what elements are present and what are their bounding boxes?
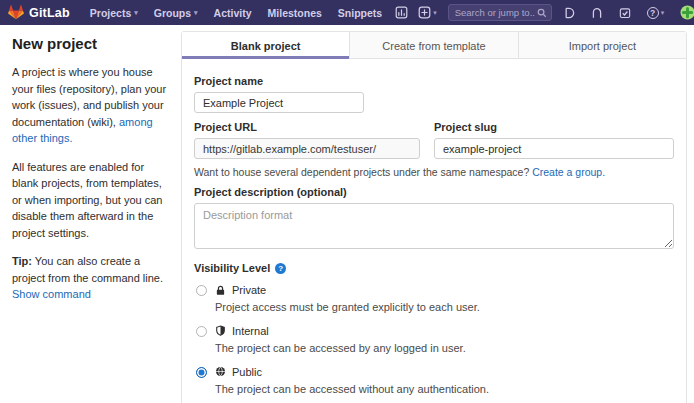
brand-name: GitLab bbox=[29, 6, 70, 20]
global-search[interactable] bbox=[448, 4, 552, 21]
show-command-link[interactable]: Show command bbox=[12, 288, 91, 300]
chevron-down-icon: ▾ bbox=[134, 9, 138, 16]
gitlab-tanuki-icon bbox=[8, 5, 24, 20]
user-menu-button[interactable]: ▾ bbox=[675, 5, 694, 20]
merge-requests-icon[interactable] bbox=[586, 7, 608, 19]
project-description-label: Project description (optional) bbox=[194, 186, 674, 198]
namespace-hint: Want to house several dependent projects… bbox=[194, 166, 674, 178]
gitlab-home-link[interactable]: GitLab bbox=[8, 5, 70, 20]
avatar bbox=[680, 5, 694, 20]
tab-create-from-template[interactable]: Create from template bbox=[349, 32, 517, 59]
issues-icon[interactable] bbox=[558, 7, 580, 19]
chevron-down-icon: ▾ bbox=[433, 9, 437, 16]
public-option-desc: The project can be accessed without any … bbox=[215, 382, 489, 397]
chevron-down-icon: ▾ bbox=[661, 9, 665, 16]
tip-label: Tip: bbox=[12, 255, 32, 267]
visibility-level-label: Visibility Level bbox=[194, 262, 270, 274]
internal-option-label[interactable]: Internal bbox=[232, 325, 269, 337]
help-menu-button[interactable]: ? ▾ bbox=[642, 7, 670, 19]
visibility-option-internal: Internal The project can be accessed by … bbox=[196, 325, 674, 356]
project-description-textarea[interactable] bbox=[194, 203, 674, 249]
tab-import-project[interactable]: Import project bbox=[518, 32, 686, 59]
charts-icon[interactable] bbox=[390, 6, 413, 19]
intro-paragraph: A project is where you house your files … bbox=[12, 64, 167, 147]
page-title: New project bbox=[12, 35, 167, 52]
nav-item-groups[interactable]: Groups▾ bbox=[146, 7, 206, 19]
navbar-right: ▾ ? ▾ bbox=[413, 4, 694, 21]
tip-paragraph: Tip: You can also create a project from … bbox=[12, 253, 167, 303]
private-radio[interactable] bbox=[196, 285, 207, 296]
visibility-option-private: Private Project access must be granted e… bbox=[196, 284, 674, 315]
blank-project-form: Project name Project URL Project slug Wa… bbox=[182, 59, 686, 403]
tab-blank-project[interactable]: Blank project bbox=[182, 32, 349, 59]
top-navbar: GitLab Projects▾ Groups▾ Activity Milest… bbox=[0, 0, 694, 25]
page-body: New project A project is where you house… bbox=[0, 25, 694, 403]
chevron-down-icon: ▾ bbox=[194, 9, 198, 16]
nav-item-milestones[interactable]: Milestones bbox=[260, 7, 330, 19]
navbar-links: Projects▾ Groups▾ Activity Milestones Sn… bbox=[82, 6, 413, 19]
project-url-label: Project URL bbox=[194, 121, 420, 133]
nav-item-activity[interactable]: Activity bbox=[206, 7, 260, 19]
project-tabs: Blank project Create from template Impor… bbox=[182, 32, 686, 59]
visibility-option-public: Public The project can be accessed witho… bbox=[196, 366, 674, 397]
nav-item-projects[interactable]: Projects▾ bbox=[82, 7, 146, 19]
private-option-label[interactable]: Private bbox=[232, 284, 266, 296]
public-option-label[interactable]: Public bbox=[232, 366, 262, 378]
search-input[interactable] bbox=[449, 5, 551, 20]
lock-icon bbox=[215, 285, 226, 296]
public-radio[interactable] bbox=[196, 367, 207, 378]
features-paragraph: All features are enabled for blank proje… bbox=[12, 159, 167, 242]
internal-option-desc: The project can be accessed by any logge… bbox=[215, 341, 466, 356]
project-slug-label: Project slug bbox=[434, 121, 674, 133]
project-name-input[interactable] bbox=[194, 92, 364, 113]
nav-item-snippets[interactable]: Snippets bbox=[330, 7, 390, 19]
project-url-input[interactable] bbox=[194, 138, 420, 159]
create-a-group-link[interactable]: Create a group. bbox=[532, 166, 605, 178]
project-slug-input[interactable] bbox=[434, 138, 674, 159]
todos-icon[interactable] bbox=[614, 7, 636, 19]
visibility-help-icon[interactable]: ? bbox=[275, 263, 286, 274]
search-icon bbox=[537, 8, 547, 18]
shield-icon bbox=[215, 325, 226, 336]
new-menu-button[interactable]: ▾ bbox=[413, 6, 442, 19]
description-panel: New project A project is where you house… bbox=[12, 31, 181, 403]
question-icon: ? bbox=[647, 7, 659, 19]
internal-radio[interactable] bbox=[196, 326, 207, 337]
private-option-desc: Project access must be granted explicitl… bbox=[215, 300, 480, 315]
project-name-label: Project name bbox=[194, 75, 674, 87]
globe-icon bbox=[215, 366, 226, 377]
plus-square-icon bbox=[418, 6, 431, 19]
new-project-card: Blank project Create from template Impor… bbox=[181, 31, 687, 403]
